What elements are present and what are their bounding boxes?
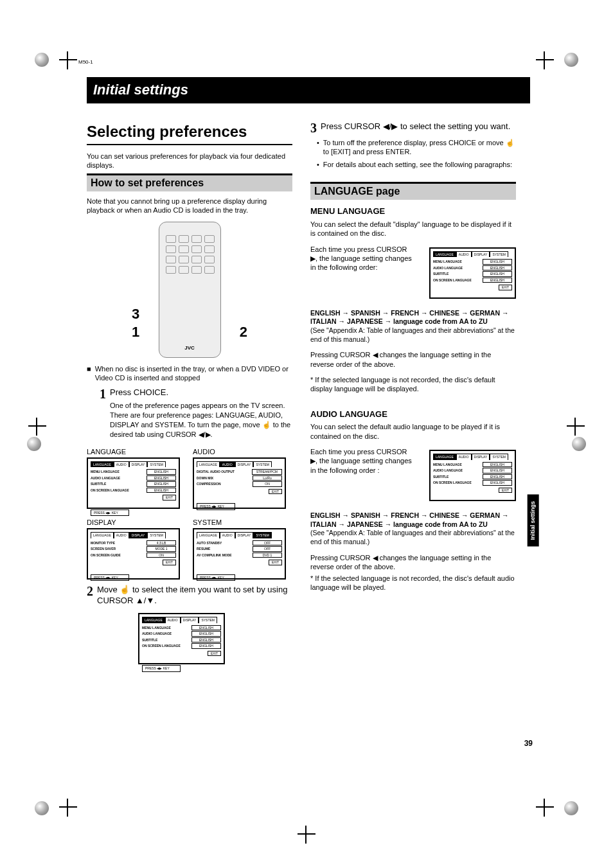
caption-display: DISPLAY bbox=[87, 518, 180, 527]
step-1-num: 1 bbox=[100, 387, 106, 439]
osd-audio-language: LANGUAGEAUDIODISPLAYSYSTEM MENU LANGUAGE… bbox=[429, 450, 516, 501]
audio-language-body: You can select the default audio languag… bbox=[310, 422, 516, 441]
bullet-dot-icon: • bbox=[317, 138, 319, 157]
callout-2: 2 bbox=[240, 323, 247, 342]
main-heading: Selecting preferences bbox=[87, 121, 292, 141]
callout-1: 1 bbox=[132, 323, 139, 342]
step-1: 1 Press CHOICE. One of the preference pa… bbox=[100, 387, 292, 439]
bullet-dot-icon: • bbox=[317, 160, 319, 169]
osd-step2: LANGUAGEAUDIODISPLAYSYSTEM MENU LANGUAGE… bbox=[138, 613, 225, 664]
osd-system: LANGUAGEAUDIODISPLAYSYSTEM AUTO STANDBYO… bbox=[193, 528, 286, 580]
howto-banner: How to set preferences bbox=[87, 173, 292, 191]
reverse-note-2: Pressing CURSOR ◀ changes the language s… bbox=[310, 553, 516, 572]
banner-title: Initial settings bbox=[93, 82, 188, 98]
left-column: Selecting preferences You can set variou… bbox=[87, 121, 292, 671]
osd-display: LANGUAGEAUDIODISPLAYSYSTEM MONITOR TYPE4… bbox=[87, 528, 180, 580]
language-page-banner: LANGUAGE page bbox=[310, 182, 516, 200]
step-3: 3 Press CURSOR ◀/▶ to select the setting… bbox=[310, 121, 516, 134]
menu-language-each: Each time you press CURSOR ▶, the langua… bbox=[310, 245, 413, 272]
reverse-note-1: Pressing CURSOR ◀ changes the language s… bbox=[310, 350, 516, 369]
osd-language: LANGUAGEAUDIODISPLAYSYSTEM MENU LANGUAGE… bbox=[87, 457, 180, 509]
reg-dot bbox=[564, 53, 578, 67]
reg-cross bbox=[59, 799, 77, 817]
osd-menu-language: LANGUAGEAUDIODISPLAYSYSTEM MENU LANGUAGE… bbox=[429, 247, 516, 299]
side-tab: Initial settings bbox=[528, 495, 539, 547]
step-3-num: 3 bbox=[310, 121, 317, 134]
step-1-body: One of the preference pages appears on t… bbox=[110, 401, 292, 439]
audio-language-heading: AUDIO LANGUAGE bbox=[310, 409, 516, 420]
step-2: 2 Move ☝ to select the item you want to … bbox=[87, 585, 292, 607]
reg-cross bbox=[536, 51, 554, 69]
caption-audio: AUDIO bbox=[193, 447, 286, 456]
star-note-display: * If the selected language is not record… bbox=[310, 375, 516, 394]
howto-title: How to set preferences bbox=[91, 177, 204, 188]
page-banner: Initial settings bbox=[87, 77, 530, 103]
intro-text: You can set various preferences for play… bbox=[87, 152, 292, 170]
step-1-title: Press CHOICE. bbox=[110, 387, 292, 398]
reg-cross bbox=[567, 418, 585, 436]
square-bullet-icon: ■ bbox=[87, 364, 91, 383]
nodisk-note: When no disc is inserted in the tray, or… bbox=[95, 364, 292, 383]
step-3-bullet-1: To turn off the preference display, pres… bbox=[323, 138, 516, 157]
audio-language-each: Each time you press CURSOR ▶, the langua… bbox=[310, 447, 413, 475]
reg-cross bbox=[28, 418, 46, 436]
reg-dot bbox=[27, 437, 41, 451]
step-3-title: Press CURSOR ◀/▶ to select the setting y… bbox=[321, 121, 510, 134]
language-cycle-1: ENGLISH → SPANISH → FRENCH → CHINESE → G… bbox=[310, 309, 516, 344]
menu-language-body: You can select the default "display" lan… bbox=[310, 220, 516, 238]
language-cycle-2: ENGLISH → SPANISH → FRENCH → CHINESE → G… bbox=[310, 511, 516, 547]
reg-cross-bottom bbox=[298, 826, 315, 844]
reg-cross bbox=[536, 799, 554, 817]
page-number: 39 bbox=[524, 739, 533, 749]
caption-language: LANGUAGE bbox=[87, 447, 180, 456]
reg-dot bbox=[564, 801, 578, 815]
right-column: 3 Press CURSOR ◀/▶ to select the setting… bbox=[310, 121, 516, 671]
step-2-num: 2 bbox=[87, 585, 93, 607]
reg-dot bbox=[572, 437, 586, 451]
caption-system: SYSTEM bbox=[193, 518, 286, 527]
star-note-audio: * If the selected language is not record… bbox=[310, 574, 516, 592]
menu-language-heading: MENU LANGUAGE bbox=[310, 206, 516, 217]
remote-illustration bbox=[159, 222, 221, 358]
howto-note: Note that you cannot bring up a preferen… bbox=[87, 197, 292, 215]
reg-cross bbox=[59, 51, 77, 69]
reg-dot bbox=[35, 801, 49, 815]
reg-dot bbox=[35, 53, 49, 67]
osd-audio: LANGUAGEAUDIODISPLAYSYSTEM DIGITAL AUDIO… bbox=[193, 457, 286, 509]
heading-rule bbox=[87, 144, 292, 145]
callout-3: 3 bbox=[132, 305, 139, 324]
step-3-bullet-2: For details about each setting, see the … bbox=[323, 160, 512, 169]
header-code-label: M50-1 bbox=[78, 59, 93, 66]
language-page-title: LANGUAGE page bbox=[314, 186, 400, 197]
step-2-title: Move ☝ to select the item you want to se… bbox=[97, 585, 292, 607]
